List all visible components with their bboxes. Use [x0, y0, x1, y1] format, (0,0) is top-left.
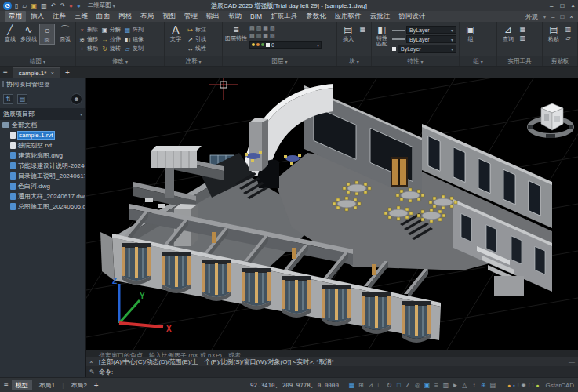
ortho-toggle-icon[interactable]: ∟ [376, 382, 384, 389]
layer-tool-icon[interactable]: ▦ [263, 33, 268, 39]
locate-icon[interactable]: ◉ [522, 382, 526, 388]
block-panel-title[interactable]: 块 ▾ [337, 56, 371, 66]
tab-surface[interactable]: 曲面 [93, 11, 114, 22]
viewcube[interactable] [528, 103, 573, 138]
tab-manage[interactable]: 管理 [180, 11, 202, 22]
dimension-button[interactable]: ↦标注 [187, 26, 206, 34]
layout2-tab[interactable]: 布局2 [67, 380, 90, 390]
explode-button[interactable]: ▣分解 [101, 26, 121, 34]
app-logo-icon[interactable]: G [3, 2, 12, 10]
new-file-icon[interactable]: ▯ [15, 2, 18, 9]
leader-button[interactable]: ↗引线 [187, 35, 206, 43]
print-icon[interactable]: ▥ [41, 2, 47, 9]
tab-view[interactable]: 视图 [158, 11, 180, 22]
shield-icon[interactable]: ● [536, 383, 539, 388]
layer-tool-icon[interactable]: ▤ [249, 25, 255, 31]
doc-restore-button[interactable]: □ [560, 13, 564, 20]
notification-icon[interactable]: ● [507, 383, 511, 388]
tab-annotate[interactable]: 注释 [49, 11, 70, 22]
tab-3d[interactable]: 三维 [71, 11, 92, 22]
lineweight-dropdown[interactable]: ByLayer ▾ [406, 35, 456, 43]
layer-tool-icon[interactable]: ▥ [256, 25, 262, 31]
alert-icon[interactable]: ! [518, 383, 519, 388]
annotate-panel-title[interactable]: 注释 ▾ [165, 56, 222, 66]
tree-file[interactable]: 目录施工说明_20240617.dwg [0, 171, 85, 181]
layer-tool-icon[interactable]: ▦ [263, 25, 268, 31]
sync-project-icon[interactable]: ⇅ [3, 94, 13, 104]
tree-file[interactable]: 通用大样_20240617.dwg [0, 191, 85, 201]
tab-apps[interactable]: 应用软件 [331, 11, 365, 22]
command-resize-handle[interactable]: — [569, 358, 575, 365]
save-icon[interactable]: ▣ [31, 2, 38, 9]
layout-menu-icon[interactable]: ≡ [4, 381, 9, 390]
copy-clip-button[interactable]: ▱ [565, 34, 572, 42]
object-tracking-toggle-icon[interactable]: ◎ [414, 382, 421, 389]
doc-close-button[interactable]: × [569, 13, 573, 20]
modify-panel-title[interactable]: 修改 ▾ [76, 56, 164, 66]
polar-tracking-toggle-icon[interactable]: ↻ [386, 382, 393, 389]
tree-file[interactable]: 建筑轮廓图.dwg [0, 151, 85, 161]
project-section-header[interactable]: 浩辰项目部 ▾ [0, 108, 85, 120]
tree-file[interactable]: 总图施工图_20240606.dwg [0, 201, 85, 212]
array-button[interactable]: ▦阵列 [124, 26, 144, 34]
redo-icon[interactable]: ↷ [60, 2, 65, 9]
user-avatar[interactable]: ☻ [71, 93, 82, 105]
snap-toggle-icon[interactable]: ⊞ [358, 382, 365, 389]
lineweight-toggle-icon[interactable]: ≡ [433, 382, 440, 389]
minimize-button[interactable]: – [550, 2, 553, 9]
line-button[interactable]: ╱ 直线 [2, 24, 18, 43]
tab-home[interactable]: 常用 [5, 11, 26, 22]
polyline-button[interactable]: ∿ 多段线 [20, 24, 37, 43]
tab-layout[interactable]: 布局 [136, 11, 158, 22]
help-icon[interactable]: ● [69, 2, 73, 9]
cloud-sync-icon[interactable]: ▪ [513, 383, 514, 388]
tree-folder-all-docs[interactable]: 全部文档 [0, 120, 85, 130]
layer-tool-icon[interactable]: ▧ [270, 33, 275, 39]
layer-tool-icon[interactable]: ▧ [270, 25, 275, 31]
linear-button[interactable]: ↔线性 [187, 45, 206, 53]
properties-panel-title[interactable]: 特性 ▾ [372, 56, 459, 66]
document-tab[interactable]: sample.1* × [13, 67, 60, 78]
model-tab[interactable]: 模型 [12, 380, 32, 390]
tree-file[interactable]: 独院别墅.rvt [0, 140, 85, 151]
tab-express-tools[interactable]: 扩展工具 [267, 11, 301, 22]
tab-parametric[interactable]: 参数化 [302, 11, 330, 22]
layers-panel-title[interactable]: 图层 ▾ [223, 56, 336, 66]
appearance-dropdown[interactable]: 外观 [525, 13, 538, 21]
group-panel-title[interactable]: 组 ▾ [460, 56, 496, 66]
measure-button[interactable]: ⊿ 查询 [500, 24, 517, 43]
close-tab-icon[interactable]: × [50, 70, 54, 77]
annotation-scale-icon[interactable]: ⊕ [480, 382, 487, 389]
undo-icon[interactable]: ↶ [51, 2, 56, 9]
layer-select-dropdown[interactable]: 0 ▾ [249, 41, 322, 49]
color-dropdown[interactable]: ByLayer ▾ [398, 45, 456, 53]
draw-panel-title[interactable]: 绘图 ▾ [0, 56, 75, 66]
annotation-visibility-toggle-icon[interactable]: △ [461, 382, 468, 389]
layout1-tab[interactable]: 布局1 [35, 380, 59, 390]
calculator-button[interactable]: ▦ [519, 26, 526, 33]
grid-toggle-icon[interactable]: ▦ [348, 382, 355, 389]
workspace-dropdown[interactable]: 二维草图 ▾ [88, 2, 115, 9]
match-properties-button[interactable]: ◧ 特性匹配 [374, 24, 390, 46]
offset-button[interactable]: ≋偏移 [78, 35, 98, 43]
erase-button[interactable]: ×删除 [78, 26, 98, 34]
circle-button[interactable]: ○ 圆 [39, 24, 55, 45]
tab-mesh[interactable]: 网格 [115, 11, 136, 22]
cloud-service-icon[interactable]: ● [77, 2, 81, 9]
close-command-icon[interactable]: × [89, 358, 96, 365]
linetype-dropdown[interactable]: ByLayer ▾ [406, 26, 456, 34]
clean-screen-icon[interactable]: ▢ [529, 382, 534, 388]
restore-button[interactable]: □ [560, 2, 564, 9]
rotate-button[interactable]: ↻旋转 [101, 45, 121, 53]
text-button[interactable]: A 文字 [167, 24, 184, 43]
tab-output[interactable]: 输出 [202, 11, 224, 22]
qrcode-button[interactable]: ▦ [359, 26, 366, 33]
command-input-row[interactable]: ✎ 命令: [86, 366, 578, 377]
insert-block-button[interactable]: ▤ 插入 [340, 24, 357, 43]
isolate-objects-icon[interactable]: ▤ [489, 382, 496, 389]
osnap-3d-toggle-icon[interactable]: ∠ [405, 382, 412, 389]
arc-button[interactable]: ⌒ 圆弧 [57, 24, 73, 43]
new-tab-button[interactable]: + [65, 68, 70, 77]
tab-list-menu-icon[interactable]: ≡ [3, 68, 8, 77]
doc-minimize-button[interactable]: – [551, 13, 554, 20]
